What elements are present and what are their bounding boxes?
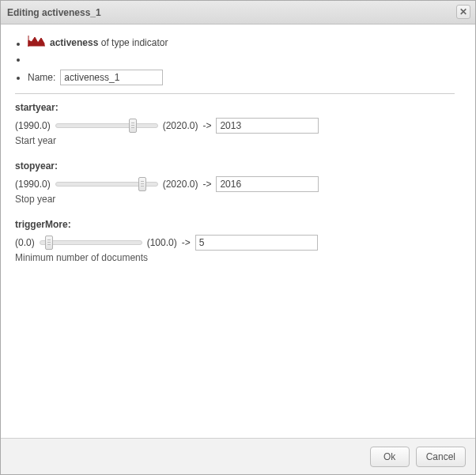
startyear-input[interactable]: [216, 118, 319, 134]
area-chart-icon: [28, 36, 45, 49]
startyear-min: (1990.0): [15, 120, 51, 131]
triggermore-arrow: ->: [182, 237, 191, 248]
slider-handle[interactable]: [45, 236, 53, 250]
ok-button[interactable]: Ok: [370, 447, 410, 467]
indicator-name: activeness of type indicator: [50, 37, 168, 48]
close-icon: ✕: [459, 6, 467, 17]
stopyear-input[interactable]: [216, 176, 319, 192]
triggermore-min: (0.0): [15, 237, 35, 248]
startyear-max: (2020.0): [163, 120, 198, 131]
close-button[interactable]: ✕: [456, 5, 470, 19]
stopyear-desc: Stop year: [15, 194, 455, 205]
triggermore-slider[interactable]: [40, 240, 142, 245]
slider-handle[interactable]: [129, 119, 137, 133]
header-list: activeness of type indicator Name:: [9, 36, 461, 85]
stopyear-row: (1990.0) (2020.0) ->: [15, 176, 455, 192]
params-panel: startyear: (1990.0) (2020.0) -> Start ye…: [15, 93, 455, 263]
triggermore-row: (0.0) (100.0) ->: [15, 235, 455, 251]
triggermore-input[interactable]: [195, 235, 318, 251]
name-row-item: Name:: [28, 70, 461, 85]
triggermore-desc: Minimum number of documents: [15, 252, 455, 263]
startyear-row: (1990.0) (2020.0) ->: [15, 118, 455, 134]
indicator-name-bold: activeness: [50, 37, 98, 48]
startyear-arrow: ->: [202, 120, 211, 131]
param-stopyear: stopyear: (1990.0) (2020.0) -> Stop year: [15, 160, 455, 205]
dialog-window: Editing activeness_1 ✕ activeness of typ: [0, 0, 476, 475]
cancel-button[interactable]: Cancel: [416, 447, 466, 467]
slider-handle[interactable]: [138, 177, 146, 191]
dialog-footer: Ok Cancel: [1, 438, 475, 474]
param-triggermore: triggerMore: (0.0) (100.0) -> Minimum nu…: [15, 219, 455, 263]
triggermore-label: triggerMore:: [15, 219, 455, 230]
startyear-label: startyear:: [15, 102, 455, 113]
stopyear-slider[interactable]: [55, 182, 158, 187]
titlebar: Editing activeness_1 ✕: [1, 1, 475, 25]
name-input[interactable]: [60, 70, 163, 85]
param-startyear: startyear: (1990.0) (2020.0) -> Start ye…: [15, 102, 455, 146]
dialog-body: activeness of type indicator Name: start…: [1, 25, 475, 438]
stopyear-arrow: ->: [202, 179, 211, 190]
stopyear-min: (1990.0): [15, 179, 51, 190]
dialog-title: Editing activeness_1: [7, 7, 101, 18]
empty-item: [28, 54, 461, 65]
stopyear-max: (2020.0): [163, 179, 198, 190]
name-label: Name:: [28, 72, 55, 83]
indicator-type-suffix: of type indicator: [98, 37, 168, 48]
header-item: activeness of type indicator: [28, 36, 461, 49]
stopyear-label: stopyear:: [15, 160, 455, 172]
startyear-desc: Start year: [15, 135, 455, 146]
triggermore-max: (100.0): [147, 237, 177, 248]
startyear-slider[interactable]: [55, 123, 158, 128]
